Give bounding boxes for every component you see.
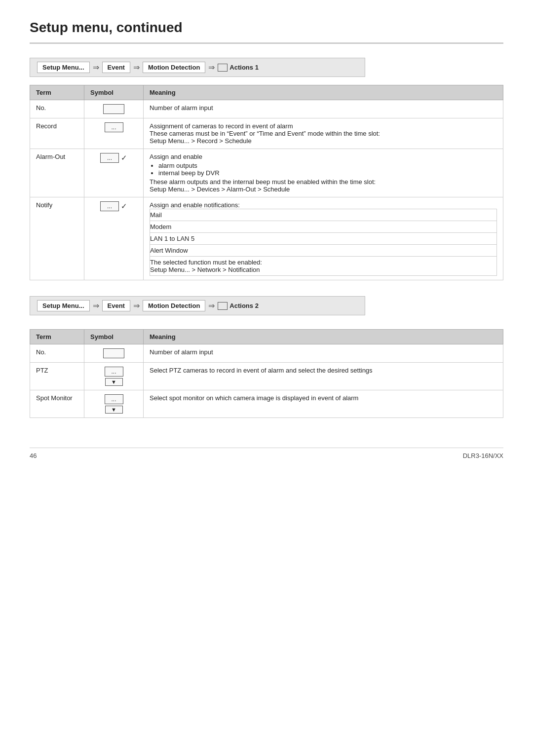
symbol-ptz: ... ▼ (84, 363, 144, 390)
symbol-alarm-out: ... ✓ (84, 149, 144, 197)
term-notify: Notify (30, 197, 84, 280)
symbol-notify: ... ✓ (84, 197, 144, 280)
notify-modem: Modem (150, 221, 497, 233)
table-row: Notify ... ✓ Assign and enable notificat… (30, 197, 503, 280)
checkmark-alarm-out: ✓ (121, 153, 127, 162)
breadcrumb-event-2: Event (102, 300, 130, 311)
arrow-icon-2a: ⇒ (93, 301, 99, 310)
arrow-icon-1b: ⇒ (133, 63, 140, 72)
term-record: Record (30, 118, 84, 149)
col-term-2: Term (30, 330, 84, 344)
arrow-icon-2b: ⇒ (133, 301, 140, 310)
symbol-spot-monitor: ... ▼ (84, 390, 144, 418)
symbol-dropdown-ptz: ▼ (105, 378, 123, 386)
arrow-icon-1c: ⇒ (208, 63, 215, 72)
arrow-icon-1a: ⇒ (93, 63, 99, 72)
breadcrumb-2: Setup Menu... ⇒ Event ⇒ Motion Detection… (30, 296, 365, 315)
breadcrumb-actions-2: Actions 2 (229, 302, 259, 309)
meaning-ptz: Select PTZ cameras to record in event of… (144, 363, 503, 390)
alarm-out-item-2: internal beep by DVR (158, 169, 497, 177)
term-spot-monitor: Spot Monitor (30, 390, 84, 418)
breadcrumb-event-1: Event (102, 62, 130, 73)
meaning-record: Assignment of cameras to record in event… (144, 118, 503, 149)
notify-lan: LAN 1 to LAN 5 (150, 233, 497, 245)
symbol-box-alarm-out: ... (100, 153, 119, 163)
table-1: Term Symbol Meaning No. Number of alarm … (30, 85, 503, 280)
meaning-no-1: Number of alarm input (144, 100, 503, 118)
term-no-2: No. (30, 344, 84, 363)
footer-model: DLR3-16N/XX (463, 452, 503, 459)
symbol-box-notify: ... (100, 201, 119, 211)
alarm-out-item-1: alarm outputs (158, 162, 497, 169)
notify-subtable: Mail Modem LAN 1 to LAN 5 Alert Window T… (150, 209, 497, 276)
breadcrumb-setup-menu-2: Setup Menu... (37, 300, 90, 311)
page-footer: 46 DLR3-16N/XX (30, 448, 503, 459)
breadcrumb-actions-1: Actions 1 (229, 64, 259, 71)
symbol-box-no-1 (103, 104, 124, 114)
page-title: Setup menu, continued (30, 20, 503, 44)
meaning-notify: Assign and enable notifications: Mail Mo… (144, 197, 503, 280)
alarm-out-list: alarm outputs internal beep by DVR (150, 162, 497, 177)
term-ptz: PTZ (30, 363, 84, 390)
notify-mail: Mail (150, 209, 497, 221)
symbol-record: ... (84, 118, 144, 149)
checkmark-notify: ✓ (121, 202, 127, 211)
symbol-check-alarm-out: ... ✓ (100, 153, 127, 163)
breadcrumb-file-1: Actions 1 (218, 64, 259, 72)
symbol-no-1 (84, 100, 144, 118)
table-row: Record ... Assignment of cameras to reco… (30, 118, 503, 149)
notify-note: The selected function must be enabled:Se… (150, 257, 497, 276)
breadcrumb-setup-menu-1: Setup Menu... (37, 62, 90, 73)
symbol-check-notify: ... ✓ (100, 201, 127, 211)
symbol-box-record: ... (105, 122, 123, 132)
breadcrumb-motion-2: Motion Detection (143, 300, 205, 311)
col-meaning-1: Meaning (144, 85, 503, 100)
file-icon-1 (218, 64, 228, 72)
symbol-box-spot: ... (105, 394, 123, 404)
table-row: No. Number of alarm input (30, 100, 503, 118)
notify-alert: Alert Window (150, 245, 497, 257)
meaning-no-2: Number of alarm input (144, 344, 503, 363)
symbol-dropdown-spot: ▼ (105, 406, 123, 414)
breadcrumb-1: Setup Menu... ⇒ Event ⇒ Motion Detection… (30, 58, 365, 77)
arrow-icon-2c: ⇒ (208, 301, 215, 310)
table-2: Term Symbol Meaning No. Number of alarm … (30, 329, 503, 418)
table-row: No. Number of alarm input (30, 344, 503, 363)
meaning-spot-monitor: Select spot monitor on which camera imag… (144, 390, 503, 418)
col-meaning-2: Meaning (144, 330, 503, 344)
meaning-alarm-out: Assign and enable alarm outputs internal… (144, 149, 503, 197)
symbol-box-ptz: ... (105, 367, 123, 377)
footer-page-number: 46 (30, 452, 37, 459)
breadcrumb-motion-1: Motion Detection (143, 62, 205, 73)
symbol-no-2 (84, 344, 144, 363)
col-term-1: Term (30, 85, 84, 100)
term-alarm-out: Alarm-Out (30, 149, 84, 197)
file-icon-2 (218, 302, 228, 310)
symbol-box-no-2 (103, 348, 124, 358)
col-symbol-2: Symbol (84, 330, 144, 344)
table-row: Alarm-Out ... ✓ Assign and enable alarm … (30, 149, 503, 197)
symbol-stack-spot: ... ▼ (90, 394, 137, 414)
table-row: PTZ ... ▼ Select PTZ cameras to record i… (30, 363, 503, 390)
symbol-stack-ptz: ... ▼ (90, 367, 137, 386)
table-row: Spot Monitor ... ▼ Select spot monitor o… (30, 390, 503, 418)
breadcrumb-file-2: Actions 2 (218, 302, 259, 310)
col-symbol-1: Symbol (84, 85, 144, 100)
term-no-1: No. (30, 100, 84, 118)
